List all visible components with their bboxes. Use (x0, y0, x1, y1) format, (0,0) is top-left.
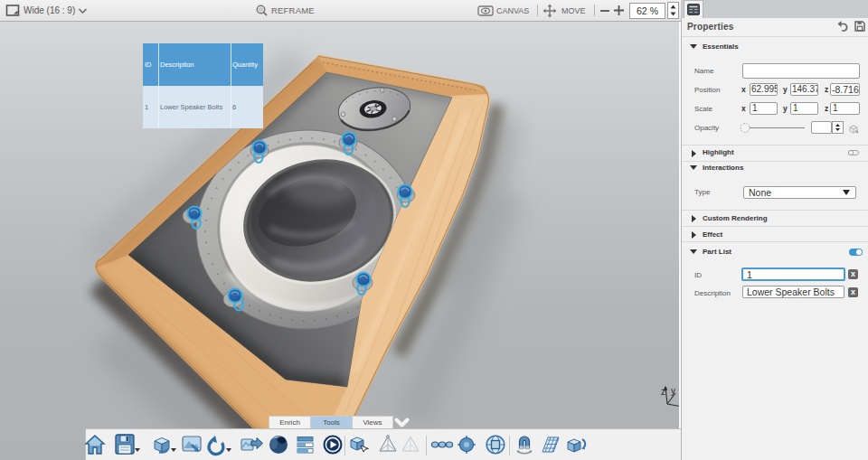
svg-text:y: y (671, 386, 675, 396)
svg-text:z: z (661, 387, 665, 397)
